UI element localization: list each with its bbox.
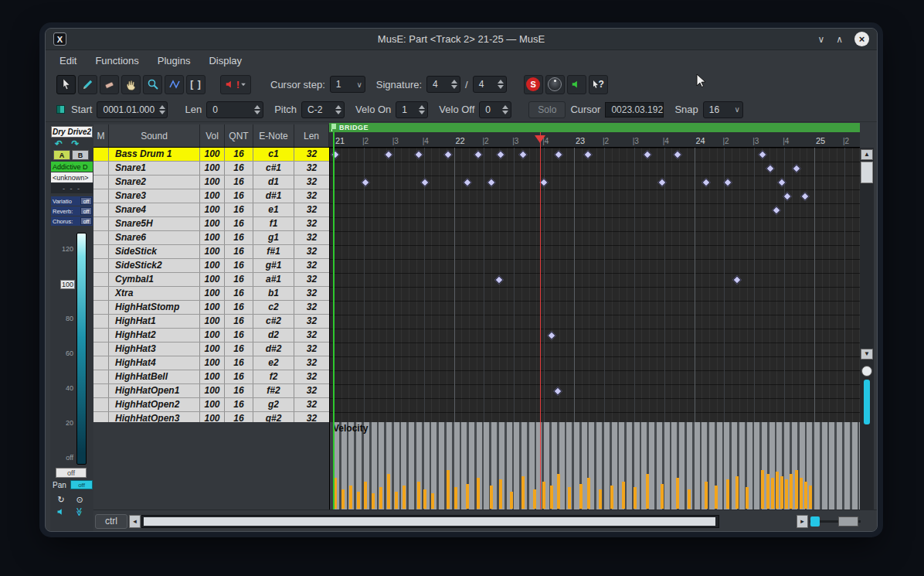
drum-note[interactable]	[487, 178, 495, 186]
cursor-step-combo[interactable]: 1 ∨	[330, 76, 365, 93]
len-spinbox[interactable]: 0	[206, 101, 263, 118]
whats-this-button[interactable]: ?	[589, 75, 608, 94]
mute-cell[interactable]	[93, 231, 109, 244]
len-cell[interactable]: 32	[294, 301, 329, 314]
pan-tool-button[interactable]	[121, 75, 141, 94]
sound-name[interactable]: HighHat1	[109, 315, 200, 328]
vol-cell[interactable]: 100	[200, 412, 225, 422]
start-spinbox[interactable]: 0001.01.000	[97, 101, 168, 118]
drum-note[interactable]	[673, 150, 681, 158]
velocity-bar[interactable]	[372, 493, 375, 509]
pencil-tool-button[interactable]	[78, 75, 97, 94]
qnt-cell[interactable]: 16	[225, 287, 253, 300]
velocity-bar[interactable]	[785, 479, 788, 509]
spinner-arrows[interactable]	[254, 105, 260, 114]
drum-note[interactable]	[443, 150, 452, 158]
vol-cell[interactable]: 100	[200, 329, 225, 342]
velocity-bar[interactable]	[550, 486, 553, 509]
header-qnt[interactable]: QNT	[225, 124, 253, 147]
shade-icon[interactable]: ∨	[817, 35, 824, 44]
spinner-arrows[interactable]	[335, 105, 341, 114]
sound-name[interactable]: HighHat2	[109, 329, 200, 342]
vol-cell[interactable]: 100	[200, 315, 225, 328]
len-cell[interactable]: 32	[294, 412, 329, 422]
len-cell[interactable]: 32	[294, 356, 329, 370]
midi-in-button[interactable]	[545, 75, 565, 94]
sound-name[interactable]: Snare2	[109, 176, 200, 189]
len-cell[interactable]: 32	[294, 162, 329, 175]
hzoom-handle[interactable]	[838, 516, 858, 527]
close-icon[interactable]: ×	[854, 32, 869, 46]
signature-numerator-spinbox[interactable]: 4	[426, 76, 460, 93]
velocity-bar[interactable]	[610, 486, 613, 509]
velocity-bar[interactable]	[780, 476, 783, 509]
instrument-name[interactable]: <unknown>	[51, 172, 93, 182]
drum-note[interactable]	[792, 164, 800, 172]
enote-cell[interactable]: g1	[253, 231, 294, 244]
mute-cell[interactable]	[93, 287, 109, 300]
horizontal-scroll-thumb[interactable]	[144, 517, 715, 526]
vol-cell[interactable]: 100	[200, 162, 225, 175]
len-cell[interactable]: 32	[294, 176, 329, 189]
sound-name[interactable]: HighHat4	[109, 356, 200, 370]
sound-name[interactable]: HighHat3	[109, 343, 200, 356]
enote-cell[interactable]: a#1	[253, 273, 294, 286]
enote-cell[interactable]: c2	[253, 301, 294, 314]
volume-fader[interactable]	[76, 233, 87, 465]
velocity-bar[interactable]	[579, 484, 583, 509]
hzoom-thumb[interactable]	[810, 516, 820, 527]
track-row[interactable]: HighHatOpen210016g232	[93, 398, 329, 412]
enote-cell[interactable]: d#1	[253, 189, 294, 203]
velocity-bar[interactable]	[804, 482, 807, 509]
scroll-down-icon[interactable]: ▼	[861, 349, 873, 360]
vertical-scroll-thumb[interactable]	[861, 162, 873, 183]
velocity-bar[interactable]	[466, 484, 469, 509]
ctrl-button[interactable]: ctrl	[95, 514, 127, 529]
qnt-cell[interactable]: 16	[225, 217, 253, 230]
vzoom-knob[interactable]	[861, 366, 872, 377]
a-button[interactable]: A	[53, 150, 70, 160]
drum-note[interactable]	[657, 178, 666, 186]
grid-canvas[interactable]	[329, 148, 860, 422]
len-cell[interactable]: 32	[294, 315, 329, 328]
drum-note[interactable]	[474, 150, 482, 158]
velocity-bar[interactable]	[521, 476, 525, 509]
enote-cell[interactable]: e1	[253, 203, 294, 216]
qnt-cell[interactable]: 16	[225, 301, 253, 314]
drum-note[interactable]	[414, 150, 423, 158]
velocity-bar[interactable]	[790, 474, 793, 509]
track-row[interactable]: Snare310016d#132	[93, 189, 329, 203]
len-cell[interactable]: 32	[294, 329, 329, 342]
init-icon[interactable]: ↻	[55, 494, 67, 505]
qnt-cell[interactable]: 16	[225, 370, 253, 383]
len-cell[interactable]: 32	[294, 287, 329, 300]
velocity-bar[interactable]	[499, 479, 502, 509]
playhead-line[interactable]	[540, 132, 541, 510]
b-button[interactable]: B	[72, 150, 89, 160]
velocity-bar[interactable]	[746, 487, 749, 509]
track-row[interactable]: Xtra10016b132	[93, 287, 329, 301]
enote-cell[interactable]: g2	[253, 398, 294, 411]
len-cell[interactable]: 32	[294, 370, 329, 383]
track-row[interactable]: HighHatBell10016f232	[93, 370, 329, 384]
header-len[interactable]: Len	[294, 124, 329, 147]
unshade-icon[interactable]: ∧	[836, 35, 843, 44]
spinner-arrows[interactable]	[451, 80, 457, 89]
menu-item-functions[interactable]: Functions	[95, 55, 138, 66]
drum-note[interactable]	[463, 178, 471, 186]
enote-cell[interactable]: f#1	[253, 245, 294, 258]
track-row[interactable]: HighHatOpen310016g#232	[93, 412, 329, 422]
velocity-bar[interactable]	[431, 493, 434, 509]
mute-cell[interactable]	[93, 343, 109, 356]
sound-name[interactable]: Cymbal1	[109, 273, 200, 286]
drum-note[interactable]	[547, 331, 555, 339]
velocity-bar[interactable]	[395, 492, 398, 509]
vol-cell[interactable]: 100	[200, 287, 225, 300]
track-row[interactable]: HighHat210016d232	[93, 329, 329, 343]
len-cell[interactable]: 32	[294, 203, 329, 216]
enote-cell[interactable]: f#2	[253, 384, 294, 397]
qnt-cell[interactable]: 16	[225, 148, 253, 161]
drum-note[interactable]	[583, 150, 592, 158]
play-note-button[interactable]	[567, 75, 586, 94]
velocity-bar[interactable]	[341, 489, 345, 509]
